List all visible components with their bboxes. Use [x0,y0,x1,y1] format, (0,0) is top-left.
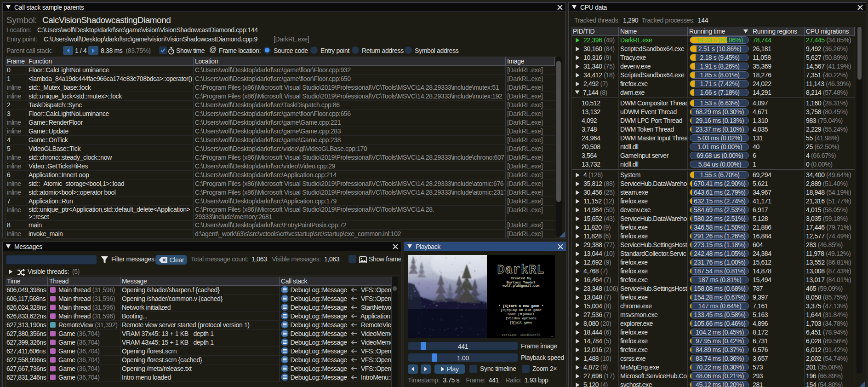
svg-text:version: 15c455ee76: version: 15c455ee76 [502,333,541,337]
svg-text:Created by: Created by [511,276,531,280]
svg-text:wolf.pld@gmail.com: wolf.pld@gmail.com [503,283,540,288]
svg-text:* [S]tart a new game *: * [S]tart a new game * [498,304,543,308]
svg-text:_: _ [551,333,554,337]
svg-text:Game [M]anual: Game [M]anual [508,312,534,316]
svg-text:[V]ideo options: [V]ideo options [506,316,537,320]
svg-text:[R]eplay an old game: [R]eplay an old game [500,308,542,312]
svg-text:[Q]uit game: [Q]uit game [510,320,533,324]
svg-text:DarkRL: DarkRL [497,263,544,277]
